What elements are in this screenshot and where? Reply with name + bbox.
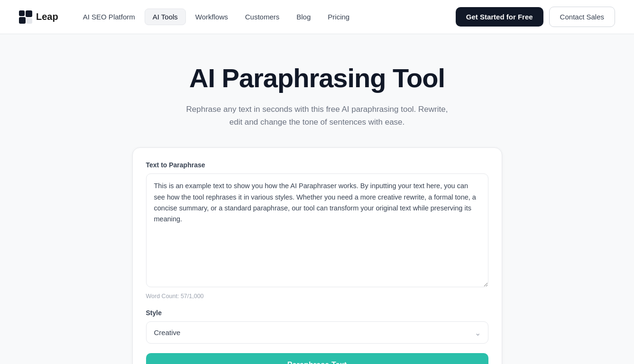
page-subtitle: Rephrase any text in seconds with this f…	[184, 103, 450, 128]
tool-card: Text to Paraphrase This is an example te…	[132, 147, 502, 364]
nav-item-pricing[interactable]: Pricing	[320, 9, 357, 25]
main-content: AI Paraphrasing Tool Rephrase any text i…	[0, 34, 634, 364]
main-nav: AI SEO Platform AI Tools Workflows Custo…	[75, 9, 357, 25]
nav-item-ai-seo-platform[interactable]: AI SEO Platform	[75, 9, 143, 25]
svg-rect-3	[27, 18, 32, 24]
header-right: Get Started for Free Contact Sales	[456, 7, 615, 27]
logo[interactable]: Leap	[19, 10, 58, 24]
svg-rect-2	[19, 17, 26, 24]
word-count: Word Count: 57/1,000	[146, 293, 488, 300]
svg-rect-1	[26, 10, 32, 17]
contact-sales-button[interactable]: Contact Sales	[549, 7, 615, 27]
nav-item-blog[interactable]: Blog	[289, 9, 318, 25]
nav-item-workflows[interactable]: Workflows	[188, 9, 236, 25]
paraphrase-input[interactable]: This is an example text to show you how …	[146, 173, 488, 287]
input-label: Text to Paraphrase	[146, 161, 488, 169]
logo-icon	[19, 10, 32, 24]
style-label: Style	[146, 309, 488, 317]
nav-item-ai-tools[interactable]: AI Tools	[145, 9, 186, 25]
style-select[interactable]: Creative Formal Concise Standard	[146, 321, 488, 344]
style-select-wrapper: Creative Formal Concise Standard ⌄	[146, 321, 488, 344]
svg-rect-0	[19, 10, 25, 16]
get-started-button[interactable]: Get Started for Free	[456, 7, 543, 27]
nav-item-customers[interactable]: Customers	[238, 9, 287, 25]
header: Leap AI SEO Platform AI Tools Workflows …	[0, 0, 634, 34]
paraphrase-button[interactable]: Paraphrase Text	[146, 353, 488, 364]
page-title: AI Paraphrasing Tool	[189, 63, 445, 93]
logo-text: Leap	[36, 11, 58, 22]
header-left: Leap AI SEO Platform AI Tools Workflows …	[19, 9, 357, 25]
